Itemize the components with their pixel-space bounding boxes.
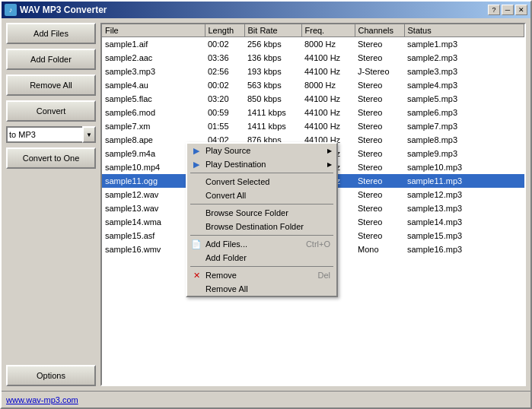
context-menu-item[interactable]: Convert Selected — [187, 175, 336, 189]
table-cell: 563 kbps — [244, 78, 301, 92]
website-link[interactable]: www.wav-mp3.com — [6, 395, 78, 404]
table-cell: sample16.mp3 — [404, 243, 524, 256]
context-menu-item[interactable]: 📄Add Files...Ctrl+O — [187, 237, 336, 251]
context-menu-item-icon: ▶ — [190, 158, 202, 170]
col-header-channels: Channels — [355, 24, 404, 37]
main-window: ♪ WAV MP3 Converter ? ─ ✕ Add Files Add … — [0, 0, 532, 409]
title-bar-title: ♪ WAV MP3 Converter — [5, 4, 107, 16]
table-cell: sample1.aif — [102, 37, 205, 51]
table-cell: sample3.mp3 — [102, 65, 205, 78]
context-menu-item-label: Browse Source Folder — [205, 208, 288, 217]
context-menu-item[interactable]: Convert All — [187, 189, 336, 202]
close-button[interactable]: ✕ — [515, 5, 527, 15]
remove-all-button[interactable]: Remove All — [6, 75, 96, 96]
table-cell: Stereo — [355, 106, 404, 119]
table-cell: sample13.mp3 — [404, 201, 524, 215]
context-menu-item-label: Remove All — [205, 284, 248, 293]
context-menu-item[interactable]: Remove All — [187, 282, 336, 296]
table-cell: Stereo — [355, 215, 404, 229]
context-menu-item-label: Add Files... — [205, 239, 247, 249]
options-button[interactable]: Options — [6, 365, 96, 386]
table-cell: 44100 Hz — [301, 51, 355, 65]
content-area: Add Files Add Folder Remove All Convert … — [2, 18, 530, 391]
table-cell: 01:55 — [205, 119, 244, 133]
table-cell: Stereo — [355, 119, 404, 133]
table-cell: sample4.mp3 — [404, 78, 524, 92]
table-row[interactable]: sample5.flac03:20850 kbps44100 HzStereos… — [102, 92, 524, 106]
format-select[interactable]: to MP3 to WAV to OGG to WMA to AAC to FL… — [6, 126, 82, 143]
window-title: WAV MP3 Converter — [20, 5, 107, 15]
context-menu-item-shortcut: Del — [317, 271, 330, 280]
table-cell: 44100 Hz — [301, 65, 355, 78]
table-cell: sample2.mp3 — [404, 51, 524, 65]
format-selector[interactable]: to MP3 to WAV to OGG to WMA to AAC to FL… — [6, 126, 96, 143]
context-menu-item-icon: 📄 — [190, 238, 202, 250]
table-cell: 44100 Hz — [301, 106, 355, 119]
convert-to-one-button[interactable]: Convert to One — [6, 147, 96, 169]
table-cell: sample3.mp3 — [404, 65, 524, 78]
add-folder-button[interactable]: Add Folder — [6, 49, 96, 70]
table-cell: 03:36 — [205, 51, 244, 65]
table-cell: Stereo — [355, 133, 404, 147]
table-cell: 136 kbps — [244, 51, 301, 65]
table-cell: sample4.au — [102, 78, 205, 92]
table-cell: 00:02 — [205, 78, 244, 92]
context-menu-item[interactable]: Add Folder — [187, 251, 336, 265]
format-dropdown-arrow[interactable]: ▼ — [82, 126, 96, 143]
context-menu-item-label: Play Source — [205, 146, 250, 155]
table-row[interactable]: sample2.aac03:36136 kbps44100 HzStereosa… — [102, 51, 524, 65]
table-cell: sample9.mp3 — [404, 147, 524, 160]
context-menu-item[interactable]: Browse Source Folder — [187, 206, 336, 220]
context-menu-item-shortcut: Ctrl+O — [306, 239, 330, 249]
file-list-area[interactable]: File Length Bit Rate Freq. Channels Stat… — [100, 23, 526, 386]
table-cell: sample5.flac — [102, 92, 205, 106]
minimize-button[interactable]: ─ — [502, 5, 514, 15]
table-cell: 1411 kbps — [244, 106, 301, 119]
table-row[interactable]: sample3.mp302:56193 kbps44100 HzJ-Stereo… — [102, 65, 524, 78]
table-cell: Stereo — [355, 174, 404, 188]
table-cell: Stereo — [355, 78, 404, 92]
col-header-status: Status — [404, 24, 524, 37]
col-header-file: File — [102, 24, 205, 37]
context-menu: ▶Play Source▶Play DestinationConvert Sel… — [186, 142, 338, 297]
table-cell: sample12.mp3 — [404, 188, 524, 201]
table-cell: J-Stereo — [355, 65, 404, 78]
table-cell: sample1.mp3 — [404, 37, 524, 51]
context-menu-separator — [190, 235, 333, 236]
table-row[interactable]: sample7.xm01:551411 kbps44100 HzStereosa… — [102, 119, 524, 133]
add-files-button[interactable]: Add Files — [6, 23, 96, 44]
table-cell: 02:56 — [205, 65, 244, 78]
context-menu-item[interactable]: ▶Play Source — [187, 144, 336, 157]
table-row[interactable]: sample6.mod00:591411 kbps44100 HzStereos… — [102, 106, 524, 119]
table-cell: sample6.mp3 — [404, 106, 524, 119]
title-bar-controls: ? ─ ✕ — [488, 5, 527, 15]
context-menu-item-label: Remove — [205, 271, 237, 280]
table-cell: sample6.mod — [102, 106, 205, 119]
table-cell: sample7.mp3 — [404, 119, 524, 133]
context-menu-item[interactable]: ▶Play Destination — [187, 157, 336, 171]
table-cell: 44100 Hz — [301, 92, 355, 106]
table-cell: 03:20 — [205, 92, 244, 106]
table-cell: 8000 Hz — [301, 37, 355, 51]
table-cell: 00:02 — [205, 37, 244, 51]
table-cell: 256 kbps — [244, 37, 301, 51]
context-menu-item-label: Convert All — [205, 191, 246, 200]
table-cell: sample14.mp3 — [404, 215, 524, 229]
title-bar: ♪ WAV MP3 Converter ? ─ ✕ — [2, 2, 530, 18]
convert-button[interactable]: Convert — [6, 100, 96, 122]
table-cell: Stereo — [355, 160, 404, 174]
table-row[interactable]: sample4.au00:02563 kbps8000 HzStereosamp… — [102, 78, 524, 92]
table-row[interactable]: sample1.aif00:02256 kbps8000 HzStereosam… — [102, 37, 524, 51]
context-menu-item-label: Play Destination — [205, 160, 266, 169]
context-menu-item-icon: ✕ — [190, 269, 202, 281]
context-menu-item[interactable]: Browse Destination Folder — [187, 220, 336, 233]
col-header-bitrate: Bit Rate — [244, 24, 301, 37]
app-icon: ♪ — [5, 4, 17, 16]
col-header-length: Length — [205, 24, 244, 37]
table-cell: 1411 kbps — [244, 119, 301, 133]
help-button[interactable]: ? — [488, 5, 500, 15]
context-menu-item[interactable]: ✕RemoveDel — [187, 268, 336, 282]
table-cell: sample7.xm — [102, 119, 205, 133]
table-cell: 193 kbps — [244, 65, 301, 78]
sidebar: Add Files Add Folder Remove All Convert … — [6, 23, 96, 386]
